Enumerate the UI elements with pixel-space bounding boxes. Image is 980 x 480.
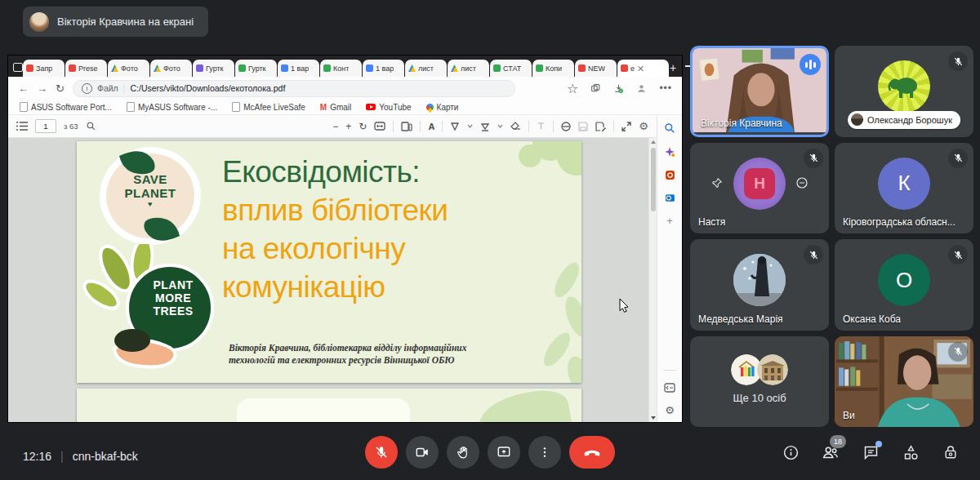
- browser-tab[interactable]: СТАТ: [490, 60, 532, 77]
- draw-dropdown-icon[interactable]: [467, 124, 473, 128]
- chat-button[interactable]: [861, 442, 880, 462]
- browser-tab-strip: Запр Prese Фото Фото Гуртк Гуртк 1 вар К…: [8, 56, 682, 77]
- sidebar-search-icon[interactable]: [664, 122, 675, 134]
- page-count-label: з 63: [64, 122, 78, 131]
- browser-tab[interactable]: Гуртк: [193, 60, 234, 77]
- more-participants-tile[interactable]: Ще 10 осіб: [690, 336, 829, 428]
- draw-icon[interactable]: [450, 122, 460, 131]
- url-field[interactable]: i Файл | C:/Users/vikto/Downloads/екотол…: [73, 80, 515, 97]
- meeting-details-button[interactable]: [781, 442, 800, 462]
- participants-button[interactable]: 18: [821, 442, 840, 462]
- mic-toggle-button[interactable]: [365, 436, 398, 469]
- browser-tab[interactable]: Конт: [320, 60, 362, 77]
- save-icon[interactable]: [578, 122, 588, 131]
- scrollbar-thumb[interactable]: [651, 148, 656, 211]
- participant-tile[interactable]: О Оксана Коба: [835, 239, 973, 331]
- browser-tab[interactable]: Гуртк: [235, 60, 277, 77]
- browser-tab[interactable]: 1 вар: [363, 60, 404, 77]
- participant-tile[interactable]: К Кіровоградська обласн...: [835, 143, 973, 234]
- participant-avatar: Н: [733, 158, 786, 210]
- activities-button[interactable]: [901, 442, 920, 462]
- office-icon[interactable]: [665, 170, 675, 180]
- browser-tab[interactable]: Фото: [150, 60, 192, 77]
- presenting-banner[interactable]: Вікторія Кравчина на екрані: [23, 7, 208, 37]
- bookmark-item-youtube[interactable]: YouTube: [366, 103, 411, 112]
- more-options-button[interactable]: [528, 436, 561, 469]
- bookmark-item[interactable]: ASUS Software Port...: [20, 102, 112, 112]
- browser-tab[interactable]: Фото: [108, 60, 149, 77]
- fullscreen-icon[interactable]: [621, 122, 631, 131]
- browser-tab[interactable]: лист: [448, 60, 489, 77]
- scroll-up-icon[interactable]: [651, 140, 656, 144]
- participant-avatar: [878, 60, 930, 113]
- building-photo-avatar: [757, 354, 788, 385]
- fit-to-width-icon[interactable]: [374, 122, 385, 131]
- reload-icon[interactable]: ↻: [56, 83, 65, 94]
- toc-icon[interactable]: [16, 122, 28, 131]
- remove-participant-icon[interactable]: [793, 174, 811, 192]
- save-as-icon[interactable]: [595, 122, 606, 131]
- tab-actions-button[interactable]: [13, 59, 23, 75]
- pdf-viewer[interactable]: SAVE PLANET ♥: [8, 138, 657, 422]
- bookmark-item[interactable]: McAfee LiveSafe: [232, 102, 305, 112]
- highlight-icon[interactable]: [480, 122, 490, 131]
- browser-tab[interactable]: NEW: [575, 60, 617, 77]
- browser-menu-icon[interactable]: •••: [659, 82, 672, 94]
- add-text-icon[interactable]: [537, 122, 546, 131]
- zoom-out-icon[interactable]: −: [332, 121, 338, 132]
- sidebar-settings-icon[interactable]: ⚙: [665, 405, 675, 416]
- downloads-icon[interactable]: [613, 83, 624, 94]
- back-icon[interactable]: ←: [18, 83, 29, 94]
- raise-hand-button[interactable]: [447, 436, 479, 469]
- scroll-down-icon[interactable]: [651, 416, 656, 420]
- tab-close-icon[interactable]: [637, 65, 644, 72]
- browser-tab[interactable]: лист: [405, 60, 447, 77]
- browser-tab[interactable]: Копи: [532, 60, 574, 77]
- avatar-initial: О: [896, 268, 912, 293]
- copilot-icon[interactable]: [664, 146, 675, 158]
- search-document-icon[interactable]: [86, 121, 96, 131]
- read-aloud-icon[interactable]: A: [428, 122, 434, 131]
- new-tab-button[interactable]: +: [670, 59, 676, 76]
- contrast-icon[interactable]: [561, 122, 571, 131]
- sidebar-add-icon[interactable]: +: [666, 216, 673, 226]
- zoom-in-icon[interactable]: +: [345, 121, 351, 132]
- pin-participant-icon[interactable]: [708, 174, 726, 192]
- erase-icon[interactable]: [510, 122, 521, 131]
- chat-notification-dot: [875, 441, 882, 447]
- highlight-dropdown-icon[interactable]: [497, 124, 503, 128]
- forward-icon[interactable]: →: [37, 83, 47, 94]
- collections-icon[interactable]: [590, 83, 601, 94]
- end-call-button[interactable]: [569, 436, 615, 469]
- present-button[interactable]: [488, 436, 520, 469]
- pdf-settings-icon[interactable]: ⚙: [639, 121, 648, 131]
- favorites-icon[interactable]: ☆: [567, 81, 578, 96]
- bookmark-item-gmail[interactable]: MGmail: [320, 103, 351, 112]
- outlook-icon[interactable]: [665, 193, 675, 203]
- sheets-favicon: [323, 64, 331, 72]
- slide-title-line: Екосвідомість:: [222, 153, 448, 191]
- bookmark-item[interactable]: MyASUS Software -...: [127, 102, 217, 112]
- participant-tile[interactable]: Медведська Марія: [690, 239, 829, 331]
- browser-tab[interactable]: Запр: [23, 60, 65, 77]
- browser-tab-active[interactable]: е: [617, 60, 669, 77]
- pdf-scrollbar[interactable]: [648, 138, 657, 422]
- page-number-input[interactable]: 1: [35, 119, 56, 133]
- participant-tile[interactable]: Олександр Борошук: [835, 46, 973, 137]
- rotate-icon[interactable]: ↻: [359, 121, 367, 132]
- page-view-icon[interactable]: [401, 122, 412, 131]
- slide-title-line: вплив бібліотеки: [222, 191, 448, 229]
- participant-tile[interactable]: Н Настя: [690, 143, 829, 234]
- participant-tile[interactable]: Вікторія Кравчина: [690, 46, 829, 137]
- host-controls-button[interactable]: [941, 442, 960, 462]
- self-view-tile[interactable]: Ви: [835, 336, 973, 428]
- bookmark-item-maps[interactable]: Карти: [426, 103, 459, 112]
- browser-tab[interactable]: 1 вар: [278, 60, 319, 77]
- sidebar-panel-icon[interactable]: [664, 383, 675, 393]
- page-info-icon[interactable]: i: [82, 83, 92, 94]
- drive-favicon: [111, 64, 118, 72]
- browser-tab[interactable]: Prese: [65, 60, 107, 77]
- camera-toggle-button[interactable]: [406, 436, 439, 469]
- call-controls: [365, 436, 615, 469]
- profile-icon[interactable]: [636, 83, 647, 94]
